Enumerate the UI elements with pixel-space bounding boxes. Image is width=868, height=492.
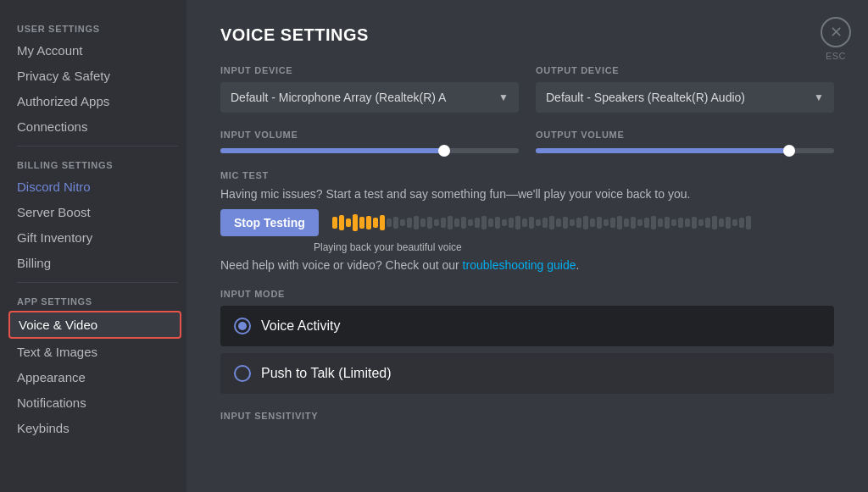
audio-bar — [434, 219, 439, 226]
audio-visualizer — [332, 214, 834, 231]
input-volume-thumb[interactable] — [438, 145, 450, 157]
page-title: VOICE SETTINGS — [220, 25, 834, 45]
audio-bar — [590, 218, 595, 227]
audio-bar — [583, 216, 588, 229]
audio-bar — [692, 217, 697, 229]
sidebar-item-discord-nitro[interactable]: Discord Nitro — [8, 174, 181, 199]
voice-activity-option[interactable]: Voice Activity — [220, 306, 834, 346]
audio-bar — [570, 219, 575, 226]
mic-test-label: MIC TEST — [220, 170, 834, 180]
sidebar-item-billing[interactable]: Billing — [8, 251, 181, 275]
audio-bar — [509, 218, 514, 228]
output-device-label: OUTPUT DEVICE — [536, 65, 834, 75]
output-volume-thumb[interactable] — [783, 145, 795, 157]
mic-test-row: Stop Testing — [220, 209, 834, 236]
audio-bar — [420, 218, 426, 227]
input-mode-section: INPUT MODE Voice Activity Push to Talk (… — [220, 289, 834, 394]
main-content: ✕ ESC VOICE SETTINGS INPUT DEVICE Defaul… — [186, 0, 868, 492]
audio-bar — [665, 217, 670, 229]
volume-row: INPUT VOLUME OUTPUT VOLUME — [220, 130, 834, 153]
audio-bar — [624, 218, 629, 227]
audio-bar — [380, 215, 385, 230]
audio-bar — [414, 216, 419, 229]
input-device-group: INPUT DEVICE Default - Microphone Array … — [220, 65, 519, 113]
sidebar-item-authorized-apps[interactable]: Authorized Apps — [8, 89, 181, 113]
audio-bar — [502, 219, 507, 226]
audio-bar — [739, 218, 744, 228]
sidebar-item-notifications[interactable]: Notifications — [8, 390, 181, 415]
output-device-group: OUTPUT DEVICE Default - Speakers (Realte… — [536, 65, 834, 113]
audio-bar — [556, 218, 561, 227]
audio-bar — [488, 218, 493, 227]
input-sensitivity-section: INPUT SENSITIVITY — [220, 411, 834, 421]
audio-bar — [617, 216, 622, 229]
input-mode-label: INPUT MODE — [220, 289, 834, 299]
audio-bar — [644, 218, 649, 228]
audio-bar — [678, 218, 683, 228]
voice-activity-radio[interactable] — [234, 318, 251, 334]
input-device-select[interactable]: Default - Microphone Array (Realtek(R) A — [220, 82, 519, 113]
output-device-select-wrapper: Default - Speakers (Realtek(R) Audio) ▼ — [536, 82, 834, 113]
sidebar-item-keybinds[interactable]: Keybinds — [8, 416, 181, 440]
audio-bar — [712, 216, 717, 229]
sidebar-item-voice-video[interactable]: Voice & Video — [8, 311, 181, 339]
audio-bar — [461, 217, 466, 229]
sidebar-item-server-boost[interactable]: Server Boost — [8, 200, 181, 224]
audio-bar — [495, 217, 500, 229]
esc-label: ESC — [826, 51, 846, 61]
input-sensitivity-label: INPUT SENSITIVITY — [220, 411, 834, 421]
sidebar: USER SETTINGS My Account Privacy & Safet… — [0, 0, 186, 492]
push-to-talk-radio[interactable] — [234, 365, 251, 382]
audio-bar — [468, 219, 473, 226]
sidebar-item-gift-inventory[interactable]: Gift Inventory — [8, 225, 181, 250]
audio-bar — [732, 219, 737, 226]
audio-bar — [475, 218, 480, 228]
audio-bar — [651, 216, 656, 229]
audio-bar — [610, 218, 615, 228]
audio-bar — [522, 218, 527, 227]
sidebar-item-privacy-safety[interactable]: Privacy & Safety — [8, 64, 181, 88]
push-to-talk-option[interactable]: Push to Talk (Limited) — [220, 353, 834, 394]
close-button[interactable]: ✕ — [821, 17, 851, 47]
audio-bar — [448, 216, 453, 229]
audio-bar — [658, 218, 663, 227]
audio-bar — [746, 216, 751, 229]
audio-bar — [637, 219, 643, 226]
output-volume-group: OUTPUT VOLUME — [536, 130, 834, 153]
audio-bar — [536, 219, 541, 226]
output-volume-fill — [536, 148, 789, 153]
output-device-select[interactable]: Default - Speakers (Realtek(R) Audio) — [536, 82, 834, 113]
audio-bar — [671, 219, 676, 226]
mic-test-desc: Having mic issues? Start a test and say … — [220, 187, 834, 201]
audio-bar — [393, 217, 398, 229]
audio-bar — [359, 217, 364, 229]
audio-bar — [481, 216, 487, 229]
audio-bar — [719, 218, 724, 227]
audio-bar — [698, 219, 704, 226]
divider-billing — [17, 146, 178, 146]
app-settings-section-label: APP SETTINGS — [8, 290, 186, 310]
audio-bar — [515, 216, 520, 229]
sidebar-item-text-images[interactable]: Text & Images — [8, 340, 181, 364]
audio-bar — [339, 215, 344, 230]
input-volume-fill — [220, 148, 444, 153]
sidebar-item-connections[interactable]: Connections — [8, 114, 181, 139]
output-volume-label: OUTPUT VOLUME — [536, 130, 834, 140]
audio-bar — [726, 217, 731, 229]
audio-bar — [441, 218, 446, 228]
troubleshoot-link[interactable]: troubleshooting guide — [463, 258, 576, 272]
audio-bar — [549, 216, 554, 229]
push-to-talk-label: Push to Talk (Limited) — [261, 366, 392, 381]
output-volume-track — [536, 148, 834, 153]
sidebar-item-my-account[interactable]: My Account — [8, 38, 181, 63]
audio-bar — [366, 216, 371, 229]
playing-back-text: Playing back your beautiful voice — [314, 241, 834, 253]
stop-testing-button[interactable]: Stop Testing — [220, 209, 319, 236]
troubleshoot-text: Need help with voice or video? Check out… — [220, 258, 834, 272]
audio-bar — [454, 218, 459, 227]
audio-bar — [604, 219, 609, 226]
sidebar-item-appearance[interactable]: Appearance — [8, 365, 181, 390]
input-device-select-wrapper: Default - Microphone Array (Realtek(R) A… — [220, 82, 519, 113]
audio-bar — [332, 217, 337, 229]
audio-bar — [407, 218, 412, 228]
